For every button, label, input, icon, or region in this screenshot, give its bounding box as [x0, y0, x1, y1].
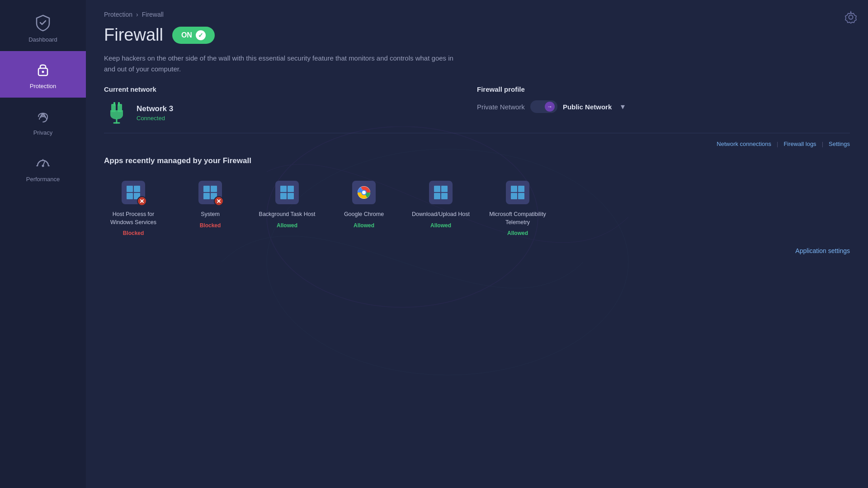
- app-status: Allowed: [430, 222, 451, 229]
- breadcrumb-parent[interactable]: Protection: [104, 11, 132, 18]
- toggle-check-icon: ✓: [196, 30, 206, 40]
- app-status: Blocked: [123, 230, 144, 236]
- app-name: System: [201, 211, 220, 219]
- sidebar-item-dashboard[interactable]: Dashboard: [0, 5, 86, 51]
- app-item[interactable]: Host Process for Windows Services Blocke…: [104, 178, 163, 236]
- svg-rect-13: [113, 102, 115, 106]
- link-separator-1: |: [777, 141, 778, 147]
- app-item[interactable]: Download/Upload Host Allowed: [411, 178, 470, 229]
- current-network-label: Current network: [104, 85, 477, 93]
- sidebar: Dashboard Protection Privacy: [0, 0, 86, 488]
- svg-rect-23: [211, 186, 217, 192]
- app-icon: [352, 181, 376, 204]
- app-item[interactable]: Background Task Host Allowed: [258, 178, 316, 229]
- app-icon-wrapper: [119, 178, 148, 207]
- app-status: Allowed: [277, 222, 297, 229]
- svg-rect-24: [203, 193, 210, 199]
- breadcrumb-current: Firewall: [142, 11, 164, 18]
- breadcrumb: Protection › Firewall: [104, 11, 850, 18]
- svg-rect-14: [118, 102, 120, 106]
- svg-rect-30: [288, 186, 294, 192]
- sidebar-item-performance[interactable]: Performance: [0, 144, 86, 191]
- profile-switch-arrow-icon: →: [545, 102, 555, 112]
- fingerprint-icon: [33, 106, 53, 126]
- svg-point-8: [849, 15, 853, 19]
- app-status: Allowed: [354, 222, 374, 229]
- app-name: Background Task Host: [259, 211, 316, 219]
- svg-rect-15: [127, 186, 133, 192]
- svg-point-1: [42, 71, 44, 73]
- app-icon-wrapper: [426, 178, 455, 207]
- speedometer-icon: [33, 152, 53, 172]
- app-icon: [429, 181, 453, 204]
- profile-dropdown-icon[interactable]: ▾: [621, 102, 625, 112]
- svg-rect-37: [441, 186, 448, 192]
- svg-rect-31: [280, 193, 287, 199]
- app-settings-link-container: Application settings: [104, 247, 850, 254]
- sidebar-protection-label: Protection: [30, 83, 57, 89]
- svg-rect-16: [134, 186, 140, 192]
- profile-switch[interactable]: →: [530, 100, 557, 113]
- application-settings-link[interactable]: Application settings: [795, 247, 850, 254]
- app-icon: [275, 181, 299, 204]
- app-blocked-badge: [137, 196, 147, 206]
- app-item[interactable]: System Blocked: [181, 178, 240, 229]
- description-text: Keep hackers on the other side of the wa…: [104, 53, 457, 75]
- svg-rect-22: [203, 186, 210, 192]
- sidebar-item-protection[interactable]: Protection: [0, 51, 86, 98]
- network-connections-link[interactable]: Network connections: [717, 141, 771, 147]
- app-icon-wrapper: [349, 178, 378, 207]
- sidebar-item-privacy[interactable]: Privacy: [0, 98, 86, 144]
- app-icon-wrapper: [273, 178, 302, 207]
- app-icon-wrapper: [196, 178, 225, 207]
- svg-rect-41: [518, 186, 524, 192]
- page-title: Firewall: [104, 25, 163, 45]
- apps-section-title: Apps recently managed by your Firewall: [104, 156, 850, 165]
- shield-check-icon: [33, 13, 53, 33]
- svg-rect-42: [511, 193, 517, 199]
- svg-rect-40: [511, 186, 517, 192]
- settings-link[interactable]: Settings: [829, 141, 850, 147]
- svg-rect-38: [434, 193, 440, 199]
- divider: [104, 133, 850, 133]
- public-network-option[interactable]: Public Network: [563, 103, 612, 111]
- svg-rect-43: [518, 193, 524, 199]
- sidebar-performance-label: Performance: [26, 176, 60, 183]
- network-card: Network 3 Connected: [104, 100, 477, 126]
- toggle-label: ON: [181, 31, 192, 39]
- firewall-profile-label: Firewall profile: [477, 85, 850, 93]
- settings-gear-icon[interactable]: [843, 9, 859, 25]
- network-section: Current network N: [104, 85, 850, 126]
- app-name: Download/Upload Host: [412, 211, 470, 219]
- apps-grid: Host Process for Windows Services Blocke…: [104, 178, 850, 236]
- firewall-profile-panel: Firewall profile Private Network → Publi…: [477, 85, 850, 113]
- network-name: Network 3: [137, 104, 173, 113]
- sidebar-privacy-label: Privacy: [33, 129, 53, 136]
- network-plug-icon: [104, 100, 129, 126]
- svg-rect-36: [434, 186, 440, 192]
- breadcrumb-separator: ›: [136, 11, 138, 18]
- private-network-option[interactable]: Private Network: [477, 103, 525, 111]
- firewall-toggle[interactable]: ON ✓: [172, 27, 215, 44]
- main-content: Protection › Firewall Firewall ON ✓ Keep…: [86, 0, 868, 488]
- svg-point-35: [362, 191, 366, 194]
- network-info: Network 3 Connected: [137, 104, 173, 122]
- lock-icon: [33, 59, 53, 79]
- svg-rect-17: [127, 193, 133, 199]
- title-row: Firewall ON ✓: [104, 25, 850, 45]
- link-separator-2: |: [822, 141, 823, 147]
- app-item[interactable]: Google Chrome Allowed: [335, 178, 393, 229]
- app-name: Host Process for Windows Services: [104, 211, 163, 226]
- app-blocked-badge: [214, 196, 224, 206]
- network-status: Connected: [137, 115, 173, 122]
- svg-rect-39: [441, 193, 448, 199]
- app-status: Blocked: [200, 222, 221, 229]
- links-row: Network connections | Firewall logs | Se…: [104, 141, 850, 147]
- firewall-logs-link[interactable]: Firewall logs: [783, 141, 816, 147]
- svg-point-2: [42, 165, 44, 167]
- sidebar-dashboard-label: Dashboard: [28, 36, 57, 43]
- profile-toggle: Private Network → Public Network ▾: [477, 100, 850, 113]
- app-name: Google Chrome: [344, 211, 384, 219]
- app-item[interactable]: Microsoft Compatibility Telemetry Allowe…: [488, 178, 547, 236]
- current-network-panel: Current network N: [104, 85, 477, 126]
